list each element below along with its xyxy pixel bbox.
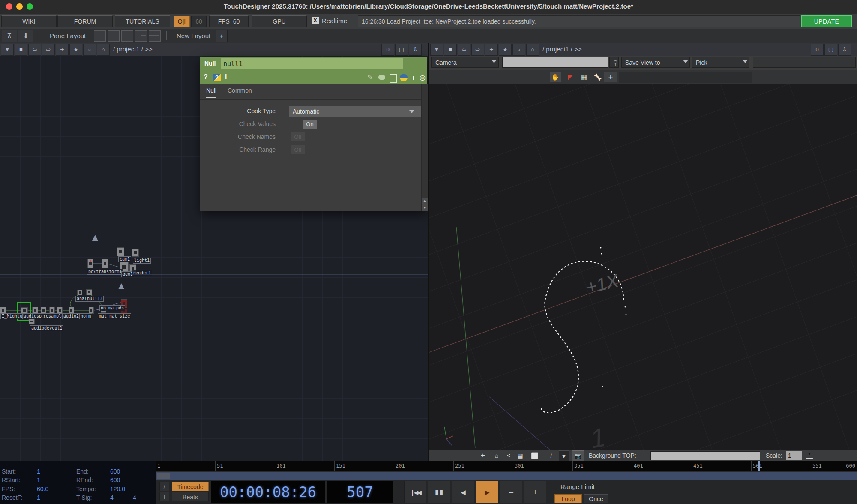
network-node[interactable]: [117, 247, 124, 256]
check-values-toggle[interactable]: On: [303, 120, 317, 129]
network-path-breadcrumb[interactable]: / project1 / >>: [113, 45, 153, 53]
collapse-pane-icon[interactable]: ⇩: [838, 44, 851, 56]
beats-mode-button[interactable]: Beats: [172, 492, 209, 501]
maximize-pane-icon[interactable]: ▢: [824, 44, 837, 56]
gpu-indicator[interactable]: GPU: [252, 15, 307, 27]
parameter-dialog-header[interactable]: Null null1: [200, 57, 427, 71]
search-icon[interactable]: ⌕: [512, 44, 525, 56]
update-button[interactable]: UPDATE: [801, 15, 852, 27]
collapse-pane-icon[interactable]: ⇩: [409, 44, 422, 56]
add-op-icon[interactable]: +: [485, 44, 498, 56]
scroll-down-icon[interactable]: ▼: [422, 204, 428, 211]
info-icon[interactable]: i: [225, 73, 227, 81]
viewer-path-breadcrumb[interactable]: / project1 / >>: [542, 45, 582, 53]
pane-preset-single[interactable]: [94, 30, 106, 42]
save-view-dropdown[interactable]: Save View to: [621, 57, 690, 68]
pane-menu-dropdown-icon[interactable]: ▼: [1, 44, 14, 56]
home-view-icon[interactable]: ⌂: [491, 450, 502, 461]
network-node[interactable]: [32, 307, 38, 314]
pane-preset-quad[interactable]: [149, 30, 161, 42]
network-node[interactable]: [0, 307, 6, 314]
info-value[interactable]: 1: [37, 468, 40, 475]
info-icon[interactable]: i: [546, 450, 556, 461]
lock-icon[interactable]: ⚲: [609, 57, 619, 68]
pane-preset-three[interactable]: [135, 30, 147, 42]
add-parameter-icon[interactable]: +: [411, 73, 416, 83]
camera-snapshot-icon[interactable]: 📷: [572, 450, 584, 462]
edit-pencil-icon[interactable]: ✎: [367, 73, 373, 81]
python-expressions-icon[interactable]: [400, 74, 408, 81]
info-value[interactable]: 600: [110, 468, 120, 475]
info-value[interactable]: 4: [133, 494, 136, 501]
once-button[interactable]: Once: [584, 494, 608, 503]
pane-stop-icon[interactable]: ■: [444, 44, 457, 56]
grid-display-icon[interactable]: ▦: [515, 450, 525, 461]
scale-spinner[interactable]: ▾: [806, 451, 812, 457]
pane-stop-icon[interactable]: ■: [15, 44, 27, 56]
node-flag-icon[interactable]: [90, 260, 91, 262]
wire-angle-icon[interactable]: <: [503, 450, 514, 461]
slash-mode-button[interactable]: /: [159, 482, 169, 491]
scroll-up-icon[interactable]: ▲: [422, 198, 428, 204]
jump-to-start-button[interactable]: ❙◀◀: [404, 481, 426, 503]
forward-icon[interactable]: ⇨: [42, 44, 55, 56]
cook-type-dropdown[interactable]: Automatic: [289, 106, 421, 117]
network-node[interactable]: [89, 307, 94, 314]
playhead[interactable]: [758, 461, 760, 471]
timeline-ruler[interactable]: 151101151201251301351401451501551600: [156, 461, 857, 472]
network-node[interactable]: [86, 289, 92, 295]
tab-common[interactable]: Common: [228, 87, 252, 94]
tab-null[interactable]: Null: [206, 87, 216, 98]
camera-select-dropdown[interactable]: Camera: [431, 57, 499, 68]
network-node[interactable]: [29, 318, 35, 324]
check-range-toggle[interactable]: Off: [291, 145, 305, 154]
fps-indicator[interactable]: FPS 60: [209, 15, 249, 27]
wiki-button[interactable]: WIKI: [1, 15, 57, 27]
python-help-icon[interactable]: ?: [213, 74, 221, 81]
scale-slider-handle[interactable]: [806, 458, 813, 459]
network-node[interactable]: [49, 307, 55, 314]
step-forward-button[interactable]: +: [524, 481, 546, 503]
network-node[interactable]: [102, 259, 108, 268]
pick-dropdown[interactable]: Pick: [692, 57, 749, 68]
forward-icon[interactable]: ⇨: [471, 44, 484, 56]
network-node[interactable]: [57, 307, 63, 314]
network-node[interactable]: [77, 290, 82, 295]
maximize-pane-icon[interactable]: ⊼: [2, 30, 17, 42]
copy-parameters-icon[interactable]: [390, 74, 397, 83]
timecode-mode-button[interactable]: Timecode: [172, 482, 209, 491]
background-top-field[interactable]: [650, 451, 760, 460]
back-icon[interactable]: ⇦: [458, 44, 470, 56]
add-view-icon[interactable]: +: [604, 72, 617, 82]
pause-button[interactable]: ▮▮: [428, 481, 450, 503]
comment-icon[interactable]: [378, 75, 385, 80]
dropdown-icon[interactable]: ▼: [559, 450, 569, 462]
step-back-button[interactable]: –: [500, 481, 522, 503]
bone-icon[interactable]: 🦴: [592, 72, 603, 82]
op-name-field[interactable]: null1: [221, 58, 403, 69]
info-value[interactable]: 600: [110, 477, 120, 483]
star-bookmark-icon[interactable]: ★: [499, 44, 512, 56]
home-icon[interactable]: ⌂: [526, 44, 539, 56]
pane-menu-dropdown-icon[interactable]: ▼: [430, 44, 443, 56]
network-node[interactable]: [41, 307, 46, 314]
tutorials-button[interactable]: TUTORIALS: [115, 15, 170, 27]
camera-name-field[interactable]: [502, 57, 608, 68]
star-bookmark-icon[interactable]: ★: [69, 44, 82, 56]
info-value[interactable]: 1: [37, 477, 40, 483]
grid-plane-icon[interactable]: ▦: [578, 72, 590, 82]
play-reverse-button[interactable]: ◀: [452, 481, 474, 503]
oi-midi-indicator[interactable]: O|I: [174, 16, 190, 27]
maximize-pane-icon[interactable]: ▢: [395, 44, 408, 56]
pane-preset-hsplit[interactable]: [121, 30, 133, 42]
info-value[interactable]: 120.0: [110, 486, 125, 492]
target-icon[interactable]: ◎: [420, 73, 426, 81]
home-icon[interactable]: ⌂: [97, 44, 110, 56]
info-value[interactable]: 1: [37, 494, 40, 501]
forum-button[interactable]: FORUM: [57, 15, 113, 27]
network-node[interactable]: [69, 307, 74, 314]
viewport-3d-canvas[interactable]: +1X 1: [429, 84, 857, 450]
back-icon[interactable]: ⇦: [28, 44, 41, 56]
select-cursor-icon[interactable]: ◤: [565, 72, 576, 82]
pan-hand-icon[interactable]: ✋: [550, 72, 561, 82]
